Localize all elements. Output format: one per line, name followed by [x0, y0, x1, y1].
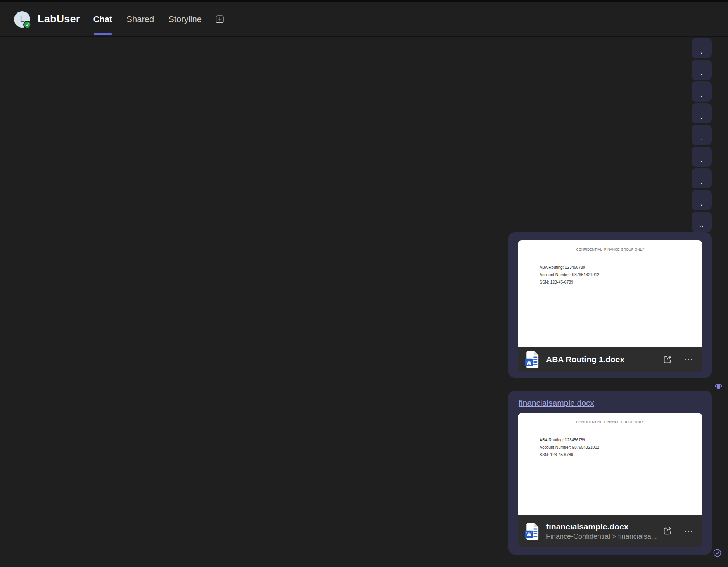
preview-body: ABA Routing: 123456789 Account Number: 9…: [540, 438, 702, 457]
page-title: LabUser: [38, 13, 80, 25]
file-card-actions: [662, 354, 694, 365]
message-thread: CONFIDENTIAL FINANCE GROUP ONLY ABA Rout…: [508, 232, 712, 555]
tab-storyline[interactable]: Storyline: [168, 14, 202, 25]
ellipsis-icon: [683, 354, 693, 365]
teams-dark-window: { "header": { "app_user": "LabUser", "av…: [0, 0, 728, 567]
plus-square-icon: [214, 14, 225, 24]
rail-tile[interactable]: .: [692, 38, 712, 58]
file-card-footer: W financialsample.docx Finance-Confident…: [518, 515, 702, 547]
presence-available-icon: [23, 21, 31, 29]
share-icon: [662, 354, 673, 365]
preview-line: Account Number: 987654321012: [540, 273, 702, 277]
rail-tile[interactable]: .: [692, 81, 712, 102]
document-preview: CONFIDENTIAL FINANCE GROUP ONLY ABA Rout…: [518, 413, 702, 515]
rail-tile-more[interactable]: ..: [692, 212, 712, 232]
sent-message-bubble: financialsample.docx CONFIDENTIAL FINANC…: [508, 391, 712, 555]
preview-banner-text: CONFIDENTIAL FINANCE GROUP ONLY: [518, 420, 702, 424]
ellipsis-icon: [683, 526, 693, 536]
file-location: Finance-Confidential > financialsa...: [546, 532, 655, 541]
avatar[interactable]: L: [14, 11, 30, 28]
preview-line: ABA Routing: 123456789: [540, 265, 702, 270]
message-text: financialsample.docx: [519, 398, 702, 408]
file-link[interactable]: financialsample.docx: [519, 398, 594, 407]
preview-banner-text: CONFIDENTIAL FINANCE GROUP ONLY: [518, 247, 702, 251]
preview-line: SSN: 123-45-6789: [540, 453, 702, 457]
rail-tile[interactable]: .: [692, 103, 712, 123]
file-card-financialsample[interactable]: CONFIDENTIAL FINANCE GROUP ONLY ABA Rout…: [518, 413, 702, 547]
file-card-actions: [662, 526, 694, 537]
rail-tile[interactable]: .: [692, 60, 712, 80]
more-options-button[interactable]: [683, 526, 694, 537]
svg-text:W: W: [526, 360, 531, 366]
chat-header: L LabUser Chat Shared Storyline: [0, 2, 728, 37]
preview-line: Account Number: 987654321012: [540, 445, 702, 449]
rail-tile[interactable]: .: [692, 125, 712, 145]
file-card-aba-routing[interactable]: CONFIDENTIAL FINANCE GROUP ONLY ABA Rout…: [518, 240, 702, 372]
preview-line: SSN: 123-45-6789: [540, 280, 702, 284]
preview-body: ABA Routing: 123456789 Account Number: 9…: [540, 265, 702, 284]
rail-tile[interactable]: .: [692, 168, 712, 188]
sent-message-bubble: CONFIDENTIAL FINANCE GROUP ONLY ABA Rout…: [508, 232, 712, 378]
sent-receipt-icon: [712, 548, 722, 558]
file-meta: financialsample.docx Finance-Confidentia…: [546, 522, 655, 541]
file-card-footer: W ABA Routing 1.docx: [518, 347, 702, 372]
document-preview: CONFIDENTIAL FINANCE GROUP ONLY ABA Rout…: [518, 240, 702, 347]
word-file-icon: W: [525, 351, 540, 368]
file-name: financialsample.docx: [546, 522, 655, 531]
word-file-icon: W: [525, 522, 540, 540]
share-button[interactable]: [662, 526, 673, 537]
preview-line: ABA Routing: 123456789: [540, 438, 702, 442]
tab-shared[interactable]: Shared: [126, 14, 154, 25]
share-icon: [662, 526, 673, 536]
file-meta: ABA Routing 1.docx: [546, 355, 624, 364]
rail-tile[interactable]: .: [692, 190, 712, 210]
svg-text:W: W: [526, 532, 531, 538]
right-rail: . . . . . . . . ..: [692, 38, 712, 232]
file-name: ABA Routing 1.docx: [546, 355, 624, 364]
add-tab-button[interactable]: [214, 14, 225, 24]
read-receipt-icon: [713, 381, 724, 391]
more-options-button[interactable]: [683, 354, 694, 365]
tab-chat[interactable]: Chat: [93, 14, 112, 25]
tab-bar: Chat Shared Storyline: [93, 14, 201, 25]
share-button[interactable]: [662, 354, 673, 365]
rail-tile[interactable]: .: [692, 147, 712, 167]
